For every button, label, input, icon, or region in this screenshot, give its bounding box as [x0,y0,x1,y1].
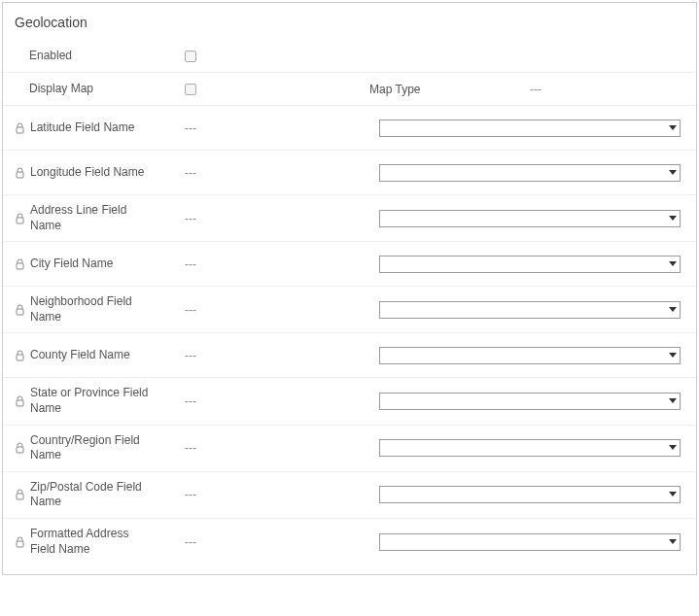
value-neighborhood: --- [185,303,369,317]
zip-select[interactable] [379,486,681,503]
geolocation-panel: Geolocation Enabled Display Map Map Type… [2,2,697,575]
svg-rect-0 [17,127,23,133]
lock-icon [15,442,25,454]
row-county: County Field Name --- [3,333,696,378]
longitude-select[interactable] [379,164,681,182]
label-enabled: Enabled [15,49,185,64]
value-city: --- [185,257,369,271]
label-zip: Zip/Postal Code Field Name [15,480,185,510]
svg-rect-7 [17,447,23,453]
row-state: State or Province Field Name --- [3,378,696,425]
lock-icon [15,258,25,270]
row-country: Country/Region Field Name --- [3,426,696,472]
label-map-type: Map Type [369,83,530,96]
svg-rect-1 [17,172,23,178]
city-select[interactable] [379,256,681,273]
formatted-select[interactable] [379,533,681,551]
label-latitude: Latitude Field Name [15,120,185,136]
row-latitude: Latitude Field Name --- [3,106,696,151]
county-select[interactable] [379,347,681,364]
lock-icon [15,122,25,134]
value-display-map [185,84,369,95]
state-select[interactable] [379,393,681,410]
country-select[interactable] [379,439,681,457]
row-formatted: Formatted Address Field Name --- [3,519,696,565]
label-county: County Field Name [15,348,185,363]
svg-rect-9 [17,541,23,547]
row-neighborhood: Neighborhood Field Name --- [3,287,696,333]
label-formatted: Formatted Address Field Name [15,527,185,557]
value-country: --- [185,441,369,455]
neighborhood-select[interactable] [379,301,681,319]
label-address-line: Address Line Field Name [15,203,185,233]
label-display-map: Display Map [15,82,185,97]
svg-rect-5 [17,355,23,360]
lock-icon [15,167,25,179]
svg-rect-2 [17,218,23,223]
label-city: City Field Name [15,257,185,272]
enabled-checkbox[interactable] [185,51,196,62]
value-enabled [185,51,369,62]
lock-icon [15,350,25,361]
lock-icon [15,213,25,224]
label-state: State or Province Field Name [15,386,185,416]
map-type-group: Map Type --- [369,83,684,96]
label-country: Country/Region Field Name [15,433,185,463]
value-address-line: --- [185,212,369,225]
row-enabled: Enabled [3,40,696,73]
svg-rect-8 [17,494,23,499]
label-neighborhood: Neighborhood Field Name [15,294,185,325]
value-map-type: --- [530,83,542,96]
value-state: --- [185,394,369,408]
lock-icon [15,395,25,407]
address-line-select[interactable] [379,210,681,227]
value-formatted: --- [185,535,369,549]
row-display-map: Display Map Map Type --- [3,73,696,106]
panel-title: Geolocation [3,11,696,40]
row-zip: Zip/Postal Code Field Name --- [3,472,696,519]
display-map-checkbox[interactable] [185,84,196,95]
lock-icon [15,489,25,500]
label-longitude: Longitude Field Name [15,165,185,181]
lock-icon [15,304,25,316]
row-longitude: Longitude Field Name --- [3,151,696,195]
svg-rect-6 [17,400,23,406]
row-address-line: Address Line Field Name --- [3,195,696,242]
value-longitude: --- [185,166,369,180]
value-zip: --- [185,488,369,501]
value-county: --- [185,349,369,362]
value-latitude: --- [185,121,369,135]
latitude-select[interactable] [379,120,681,137]
svg-rect-4 [17,309,23,315]
svg-rect-3 [17,263,23,269]
lock-icon [15,536,25,548]
row-city: City Field Name --- [3,242,696,287]
